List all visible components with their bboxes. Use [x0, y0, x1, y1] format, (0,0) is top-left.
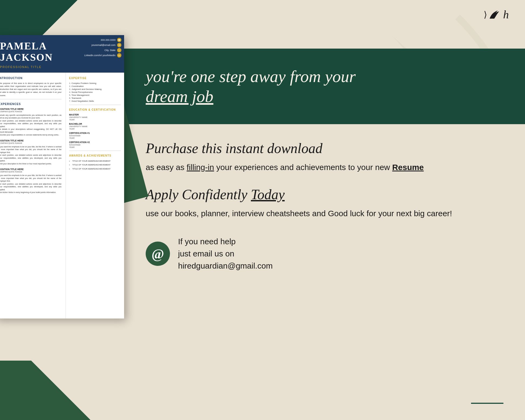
- education-section-title: EDUCATION & CERTIFICATION: [69, 108, 121, 111]
- edu-entry-master: MASTER UNIVERSITY NAME YEAR: [69, 113, 121, 121]
- apply-description: use our books, planner, interview cheats…: [146, 208, 503, 219]
- contact-location: City, State ⌂: [84, 48, 121, 52]
- corner-decoration-bl: [0, 361, 121, 420]
- edu-year-bachelor: YEAR: [69, 128, 121, 130]
- phone-icon: ☎: [117, 38, 121, 42]
- right-content-panel: Purchase this instant download as easy a…: [124, 124, 525, 420]
- expertise-section-title: EXPERTISE: [69, 77, 121, 80]
- purchase-heading: Purchase this instant download: [146, 140, 503, 156]
- award-item-3: TITLE OF YOUR AWARD/ACHIEVEMENT: [69, 167, 121, 171]
- contact-phone: 333.333.3333 ☎: [84, 38, 121, 42]
- email-address: hiredguardian@gmail.com: [178, 260, 273, 272]
- edu-school-cert1: School/State: [69, 134, 121, 137]
- purchase-section: Purchase this instant download as easy a…: [146, 140, 503, 173]
- purchase-desc-bold: Resume: [392, 163, 424, 172]
- email-icon: ✉: [117, 43, 121, 47]
- experience-entry-2: POSITION TITLE HERE COMPANY|DATE RANGE I…: [0, 139, 62, 165]
- edu-entry-cert1: CERTIFICATION #1 School/State YEAR: [69, 132, 121, 139]
- exp-company-2: COMPANY|DATE RANGE: [0, 142, 62, 144]
- apply-heading: Apply Confidently Today: [146, 187, 503, 202]
- location-icon: ⌂: [117, 48, 121, 52]
- resume-header: PAMELA JACKSON PROFESSIONAL TITLE 333.33…: [0, 35, 124, 73]
- award-item-1: TITLE OF YOUR AWARD/ACHIEVEMENT: [69, 159, 121, 163]
- apply-heading-underline: Today: [251, 187, 285, 202]
- award-item-2: TITLE OF YOUR AWARD/ACHIEVEMENT: [69, 163, 121, 167]
- edu-school-master: UNIVERSITY NAME: [69, 116, 121, 118]
- expertise-item-5: Time Management: [69, 94, 121, 97]
- expertise-item-3: Judgment and Decision Making: [69, 88, 121, 91]
- email-label1: If you need help: [178, 235, 273, 248]
- introduction-section-title: INTRODUCTION: [0, 77, 62, 80]
- expertise-item-2: Coordination: [69, 85, 121, 88]
- email-section: @ If you need help just email us on hire…: [146, 235, 503, 272]
- section-divider-1: [0, 99, 62, 99]
- expertise-item-7: Good Negotiation Skills: [69, 100, 121, 103]
- expertise-item-1: Complex Problem Solving: [69, 82, 121, 85]
- experience-entry-1: POSITION TITLE HERE COMPANY|DATE RANGE I…: [0, 108, 62, 137]
- resume-right-column: EXPERTISE Complex Problem Solving Coordi…: [66, 73, 124, 319]
- experiences-section-title: EXPERIENCES: [0, 103, 62, 106]
- purchase-desc-text2: your experiences and achievements to you…: [214, 163, 392, 172]
- purchase-description: as easy as filling-in your experiences a…: [146, 162, 503, 173]
- expertise-item-6: Teamwork: [69, 97, 121, 100]
- exp-company-1: COMPANY|DATE RANGE: [0, 110, 62, 113]
- contact-linkedin-text: Linkedin.com/in/ yourlinkedin: [84, 54, 115, 57]
- logo-wing-svg: [488, 9, 502, 20]
- resume-contact-info: 333.333.3333 ☎ youremail@email.com ✉ Cit…: [84, 38, 121, 58]
- apply-section: Apply Confidently Today use our books, p…: [146, 187, 503, 219]
- resume-body: INTRODUCTION The purpose of this area is…: [0, 73, 124, 319]
- contact-linkedin: Linkedin.com/in/ yourlinkedin in: [84, 53, 121, 57]
- purchase-desc-link: filling-in: [187, 163, 214, 172]
- section-divider-2: [69, 105, 121, 105]
- edu-year-cert2: YEAR: [69, 146, 121, 148]
- hero-banner: you're one step away from your dream job: [124, 49, 525, 124]
- edu-degree-cert1: CERTIFICATION #1: [69, 132, 121, 134]
- exp-title-3: POSITION TITLE HERE: [0, 168, 62, 171]
- logo-letter: h: [503, 8, 509, 21]
- banner-line1: you're one step away from your: [146, 66, 356, 86]
- awards-section-title: AWARDS & ACHIEVEMENTS: [69, 154, 121, 157]
- expertise-item-4: Social Perceptiveness: [69, 91, 121, 94]
- at-symbol-icon: @: [146, 242, 170, 266]
- edu-degree-cert2: CERTIFICATION #2: [69, 141, 121, 144]
- bottom-decorative-line: [471, 403, 503, 404]
- section-divider-3: [69, 151, 121, 151]
- exp-desc-3: If you want the emphasis to be on your t…: [0, 174, 62, 194]
- edu-entry-cert2: CERTIFICATION #2 School/State YEAR: [69, 141, 121, 148]
- edu-school-bachelor: UNIVERSITY NAME: [69, 125, 121, 128]
- contact-location-text: City, State: [104, 49, 115, 52]
- contact-email: youremail@email.com ✉: [84, 43, 121, 47]
- awards-list: TITLE OF YOUR AWARD/ACHIEVEMENT TITLE OF…: [69, 159, 121, 171]
- email-label2: just email us on: [178, 248, 273, 260]
- exp-title-1: POSITION TITLE HERE: [0, 108, 62, 110]
- contact-phone-text: 333.333.3333: [101, 39, 115, 41]
- edu-school-cert2: School/State: [69, 144, 121, 146]
- banner-line2: dream job: [146, 86, 356, 106]
- brand-logo: ⟩ h: [484, 8, 509, 21]
- edu-degree-master: MASTER: [69, 113, 121, 116]
- exp-company-3: COMPANY|DATE RANGE: [0, 171, 62, 173]
- linkedin-icon: in: [117, 53, 121, 57]
- resume-professional-title: PROFESSIONAL TITLE: [0, 65, 119, 69]
- introduction-text: The purpose of this area is to direct em…: [0, 82, 62, 97]
- edu-entry-bachelor: BACHELOR UNIVERSITY NAME YEAR: [69, 123, 121, 130]
- exp-desc-1: Include any specific accomplishments you…: [0, 114, 62, 137]
- resume-document: PAMELA JACKSON PROFESSIONAL TITLE 333.33…: [0, 35, 124, 319]
- expertise-list: Complex Problem Solving Coordination Jud…: [69, 82, 121, 103]
- exp-desc-2: If you want the emphasis to be on your t…: [0, 145, 62, 165]
- logo-wing-icon: ⟩: [484, 9, 487, 20]
- hero-banner-text: you're one step away from your dream job: [146, 66, 356, 107]
- purchase-desc-text1: as easy as: [146, 163, 187, 172]
- email-text: If you need help just email us on hiredg…: [178, 235, 273, 272]
- experience-entry-3: POSITION TITLE HERE COMPANY|DATE RANGE I…: [0, 168, 62, 194]
- contact-email-text: youremail@email.com: [91, 44, 115, 46]
- edu-year-cert1: YEAR: [69, 137, 121, 139]
- edu-year-master: YEAR: [69, 118, 121, 121]
- exp-title-2: POSITION TITLE HERE: [0, 139, 62, 142]
- resume-left-column: INTRODUCTION The purpose of this area is…: [0, 73, 66, 319]
- edu-degree-bachelor: BACHELOR: [69, 123, 121, 125]
